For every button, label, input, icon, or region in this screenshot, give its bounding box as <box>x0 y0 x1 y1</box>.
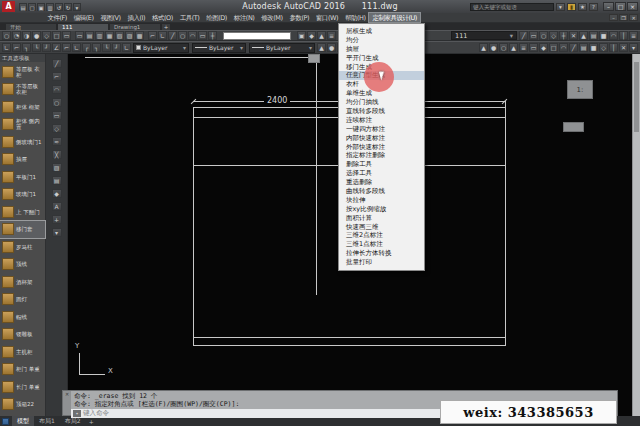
toolbar-icon[interactable]: ▲ <box>479 43 488 52</box>
palette-item[interactable]: 玻璃门1 <box>0 186 45 204</box>
palette-item[interactable]: 不等层板 衣柜 <box>0 81 45 99</box>
toolbar-icon[interactable]: ◔ <box>12 31 21 40</box>
toolbar-icon[interactable]: ≡ <box>629 31 638 40</box>
menu-bar-item[interactable]: 工具(T) <box>176 13 203 22</box>
command-input-placeholder[interactable]: 键入命令 <box>83 409 109 418</box>
menu-bar-item[interactable]: 编辑(E) <box>70 13 97 22</box>
menu-item[interactable]: 快速画三维 <box>339 223 424 232</box>
toolbar-icon[interactable]: ╱ <box>569 43 578 52</box>
toolbar-icon[interactable]: └ <box>32 43 41 52</box>
palette-item[interactable]: 等层板 衣柜 <box>0 63 45 81</box>
menu-item[interactable]: 重选删除 <box>339 178 424 187</box>
palette-item[interactable]: 柜门 单重 <box>0 361 45 379</box>
toolbar-icon[interactable]: ◇ <box>599 43 608 52</box>
menu-item[interactable]: 层板生成 <box>339 27 424 36</box>
draw-tool-icon[interactable]: ≈ <box>52 137 62 146</box>
toolbar-icon[interactable]: ▨ <box>125 31 134 40</box>
menu-bar-item[interactable]: 修改(M) <box>258 13 286 22</box>
toolbar-icon[interactable]: ◇ <box>42 31 51 40</box>
toolbar-icon[interactable]: ∟ <box>122 43 131 52</box>
draw-tool-icon[interactable]: ○ <box>52 98 62 107</box>
toolbar-icon[interactable]: ▲ <box>317 31 326 40</box>
draw-tool-icon[interactable]: ◠ <box>52 85 62 94</box>
palette-item[interactable]: 圆灯 <box>0 291 45 309</box>
toolbar-icon[interactable]: ■ <box>589 43 598 52</box>
toolbar-icon[interactable]: ✕ <box>619 43 628 52</box>
menu-bar-item[interactable]: 文件(F) <box>44 13 70 22</box>
toolbar-icon[interactable]: ◇ <box>549 31 558 40</box>
menu-bar-item[interactable]: 视图(V) <box>97 13 124 22</box>
menu-item[interactable]: 曲线转多段线 <box>339 187 424 196</box>
draw-tool-icon[interactable]: ▭ <box>52 111 62 120</box>
palette-item[interactable]: 柜体 侧内置 <box>0 116 45 134</box>
scrollbar-thumb[interactable] <box>634 62 639 132</box>
toolbar-icon[interactable]: ▥ <box>95 31 104 40</box>
toolbar-icon[interactable]: ◆ <box>539 43 548 52</box>
palette-item[interactable]: 罗马柱 <box>0 238 45 256</box>
toolbar-icon[interactable]: ╱ <box>168 31 177 40</box>
toolbar-icon[interactable]: ▭ <box>198 31 207 40</box>
menu-item[interactable]: 直线转多段线 <box>339 107 424 116</box>
toolbar-icon[interactable]: ◠ <box>559 43 568 52</box>
draw-tool-icon[interactable]: ╱ <box>52 59 62 68</box>
draw-tool-icon[interactable]: ◇ <box>52 124 62 133</box>
menu-item[interactable]: 一键四方标注 <box>339 125 424 134</box>
toolbar-icon[interactable]: └ <box>102 43 111 52</box>
palette-item[interactable]: 移门套 <box>0 221 45 239</box>
toolbar-icon[interactable]: ▣ <box>297 31 306 40</box>
toolbar-icon[interactable]: ┼ <box>559 31 568 40</box>
menu-item[interactable]: 内部快速标注 <box>339 134 424 143</box>
customize-icon[interactable]: ✦ <box>73 410 81 417</box>
draw-tool-icon[interactable]: A <box>52 202 62 211</box>
palette-item[interactable]: 顶线 <box>0 256 45 274</box>
toolbar-icon[interactable]: ▲ <box>579 31 588 40</box>
new-tab-button[interactable]: + <box>162 24 170 30</box>
add-layout-button[interactable]: + <box>86 418 97 425</box>
menu-item[interactable]: 按xy比例缩放 <box>339 205 424 214</box>
toolbar-icon[interactable]: │ <box>609 43 618 52</box>
palette-item[interactable]: 帽线 <box>0 308 45 326</box>
palette-item[interactable]: 镂雕板 <box>0 326 45 344</box>
draw-tool-icon[interactable]: ▤ <box>52 176 62 185</box>
toolbar-icon[interactable]: ▲ <box>317 43 326 52</box>
toolbar-icon[interactable]: ∠ <box>52 43 61 52</box>
toolbar-icon[interactable]: □ <box>549 43 558 52</box>
menu-item[interactable]: 拉伸长方体转换 <box>339 249 424 258</box>
toolbar-icon[interactable]: ┘ <box>42 43 51 52</box>
draw-tool-icon[interactable]: ◆ <box>52 189 62 198</box>
filter-input[interactable] <box>223 32 291 40</box>
menu-bar-item[interactable]: 帮助(H) <box>341 13 368 22</box>
color-dropdown[interactable]: ByLayer ▾ <box>133 43 189 53</box>
menu-bar-item[interactable]: 格式(O) <box>149 13 177 22</box>
toolbar-icon[interactable]: ▩ <box>135 31 144 40</box>
toolbar-icon[interactable]: ≡ <box>327 31 336 40</box>
file-tab[interactable]: 开始 <box>6 24 56 30</box>
menu-item[interactable]: 删除工具 <box>339 160 424 169</box>
menu-item[interactable]: 三维1点标注 <box>339 240 424 249</box>
toolbar-icon[interactable]: ▤ <box>579 43 588 52</box>
toolbar-icon[interactable]: ┼ <box>208 31 217 40</box>
menu-item[interactable]: 外部快速标注 <box>339 143 424 152</box>
toolbar-icon[interactable]: ▤ <box>85 31 94 40</box>
menu-bar-item[interactable]: 绘图(D) <box>203 13 231 22</box>
menu-item[interactable]: 连续标注 <box>339 116 424 125</box>
toolbar-icon[interactable]: ∟ <box>72 43 81 52</box>
menu-item[interactable]: 抽屉 <box>339 45 424 54</box>
toolbar-icon[interactable]: ◠ <box>609 31 618 40</box>
toolbar-icon[interactable]: ▲ <box>509 43 518 52</box>
toolbar-icon[interactable]: ● <box>32 31 41 40</box>
file-tab[interactable]: Drawing1 <box>110 24 160 30</box>
draw-tool-icon[interactable]: ▾ <box>52 228 62 237</box>
toolbar-icon[interactable]: ● <box>327 43 336 52</box>
toolbar-icon[interactable]: ■ <box>599 31 608 40</box>
draw-tool-icon[interactable]: ▨ <box>52 163 62 172</box>
layout-tab[interactable]: 布局1 <box>34 416 60 426</box>
doc-minimize-button[interactable]: – <box>609 14 618 21</box>
toolbar-icon[interactable]: ▧ <box>115 31 124 40</box>
toolbar-icon[interactable]: ○ <box>539 31 548 40</box>
palette-item[interactable]: 主机柜 <box>0 343 45 361</box>
menu-bar-item[interactable]: 参数(P) <box>286 13 313 22</box>
palette-item[interactable]: 上 下翻门 <box>0 203 45 221</box>
toolbar-icon[interactable]: ⌐ <box>148 31 157 40</box>
toolbar-icon[interactable]: ○ <box>178 31 187 40</box>
